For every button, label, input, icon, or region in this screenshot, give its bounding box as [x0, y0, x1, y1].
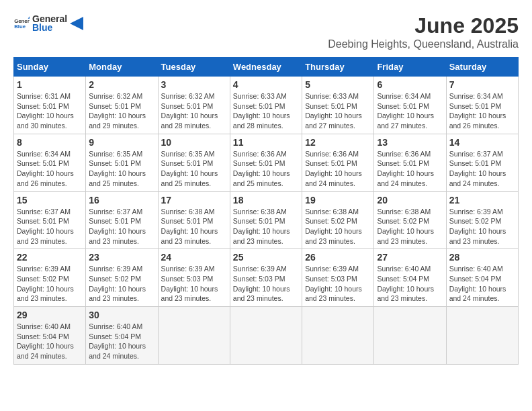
calendar-cell: 9 Sunrise: 6:35 AM Sunset: 5:01 PM Dayli… — [86, 134, 158, 191]
logo-icon: General Blue — [13, 15, 30, 32]
day-number: 7 — [449, 79, 515, 90]
day-info: Sunrise: 6:40 AM Sunset: 5:04 PM Dayligh… — [17, 322, 83, 361]
header-thursday: Thursday — [302, 58, 374, 77]
calendar-cell: 26 Sunrise: 6:39 AM Sunset: 5:03 PM Dayl… — [302, 249, 374, 307]
calendar-cell: 3 Sunrise: 6:32 AM Sunset: 5:01 PM Dayli… — [158, 77, 230, 134]
title-area: June 2025 Deebing Heights, Queensland, A… — [328, 13, 519, 50]
day-info: Sunrise: 6:38 AM Sunset: 5:01 PM Dayligh… — [233, 207, 299, 246]
day-number: 2 — [89, 79, 154, 90]
calendar-cell: 29 Sunrise: 6:40 AM Sunset: 5:04 PM Dayl… — [14, 307, 86, 365]
day-number: 14 — [449, 137, 515, 148]
day-info: Sunrise: 6:32 AM Sunset: 5:01 PM Dayligh… — [161, 91, 227, 131]
day-number: 11 — [233, 137, 299, 148]
svg-text:General: General — [14, 17, 30, 24]
calendar-cell: 10 Sunrise: 6:35 AM Sunset: 5:01 PM Dayl… — [158, 134, 230, 191]
header-wednesday: Wednesday — [230, 58, 302, 77]
calendar-cell — [446, 307, 518, 365]
calendar-cell — [230, 307, 302, 365]
calendar-week-row: 29 Sunrise: 6:40 AM Sunset: 5:04 PM Dayl… — [14, 307, 519, 365]
calendar-cell: 13 Sunrise: 6:36 AM Sunset: 5:01 PM Dayl… — [374, 134, 446, 191]
calendar-cell — [302, 307, 374, 365]
header-sunday: Sunday — [14, 58, 86, 77]
day-info: Sunrise: 6:38 AM Sunset: 5:02 PM Dayligh… — [305, 207, 371, 246]
day-number: 3 — [161, 79, 227, 90]
calendar-cell — [158, 307, 230, 365]
day-info: Sunrise: 6:39 AM Sunset: 5:02 PM Dayligh… — [449, 207, 515, 246]
day-info: Sunrise: 6:40 AM Sunset: 5:04 PM Dayligh… — [449, 264, 515, 304]
calendar-cell: 17 Sunrise: 6:38 AM Sunset: 5:01 PM Dayl… — [158, 191, 230, 249]
header: General Blue General Blue June 2025 Deeb… — [13, 13, 519, 50]
day-info: Sunrise: 6:40 AM Sunset: 5:04 PM Dayligh… — [89, 322, 154, 361]
day-info: Sunrise: 6:31 AM Sunset: 5:01 PM Dayligh… — [17, 91, 83, 131]
calendar-cell: 15 Sunrise: 6:37 AM Sunset: 5:01 PM Dayl… — [14, 191, 86, 249]
day-info: Sunrise: 6:33 AM Sunset: 5:01 PM Dayligh… — [305, 91, 371, 131]
calendar-cell: 22 Sunrise: 6:39 AM Sunset: 5:02 PM Dayl… — [14, 249, 86, 307]
day-info: Sunrise: 6:36 AM Sunset: 5:01 PM Dayligh… — [377, 149, 443, 189]
day-number: 30 — [89, 310, 154, 320]
day-number: 27 — [377, 252, 443, 263]
day-number: 6 — [377, 79, 443, 90]
day-number: 13 — [377, 137, 443, 148]
day-info: Sunrise: 6:39 AM Sunset: 5:03 PM Dayligh… — [161, 264, 227, 304]
day-number: 20 — [377, 195, 443, 205]
day-number: 18 — [233, 195, 299, 205]
day-info: Sunrise: 6:38 AM Sunset: 5:01 PM Dayligh… — [161, 207, 227, 246]
calendar: Sunday Monday Tuesday Wednesday Thursday… — [13, 57, 519, 365]
calendar-cell — [374, 307, 446, 365]
calendar-week-row: 1 Sunrise: 6:31 AM Sunset: 5:01 PM Dayli… — [14, 77, 519, 134]
logo-triangle-icon — [70, 17, 83, 30]
calendar-week-row: 15 Sunrise: 6:37 AM Sunset: 5:01 PM Dayl… — [14, 191, 519, 249]
day-info: Sunrise: 6:40 AM Sunset: 5:04 PM Dayligh… — [377, 264, 443, 304]
header-saturday: Saturday — [446, 58, 518, 77]
calendar-cell: 27 Sunrise: 6:40 AM Sunset: 5:04 PM Dayl… — [374, 249, 446, 307]
day-number: 23 — [89, 252, 154, 263]
calendar-cell: 14 Sunrise: 6:37 AM Sunset: 5:01 PM Dayl… — [446, 134, 518, 191]
calendar-cell: 1 Sunrise: 6:31 AM Sunset: 5:01 PM Dayli… — [14, 77, 86, 134]
day-number: 17 — [161, 195, 227, 205]
day-info: Sunrise: 6:37 AM Sunset: 5:01 PM Dayligh… — [17, 207, 83, 246]
calendar-cell: 21 Sunrise: 6:39 AM Sunset: 5:02 PM Dayl… — [446, 191, 518, 249]
weekday-header-row: Sunday Monday Tuesday Wednesday Thursday… — [14, 58, 519, 77]
calendar-cell: 12 Sunrise: 6:36 AM Sunset: 5:01 PM Dayl… — [302, 134, 374, 191]
day-info: Sunrise: 6:39 AM Sunset: 5:03 PM Dayligh… — [305, 264, 371, 304]
calendar-cell: 8 Sunrise: 6:34 AM Sunset: 5:01 PM Dayli… — [14, 134, 86, 191]
day-number: 24 — [161, 252, 227, 263]
day-number: 29 — [17, 310, 83, 320]
location-title: Deebing Heights, Queensland, Australia — [328, 38, 519, 50]
header-monday: Monday — [86, 58, 158, 77]
day-number: 1 — [17, 79, 83, 90]
calendar-cell: 24 Sunrise: 6:39 AM Sunset: 5:03 PM Dayl… — [158, 249, 230, 307]
calendar-cell: 4 Sunrise: 6:33 AM Sunset: 5:01 PM Dayli… — [230, 77, 302, 134]
calendar-cell: 18 Sunrise: 6:38 AM Sunset: 5:01 PM Dayl… — [230, 191, 302, 249]
day-info: Sunrise: 6:35 AM Sunset: 5:01 PM Dayligh… — [89, 149, 154, 189]
day-number: 12 — [305, 137, 371, 148]
day-info: Sunrise: 6:36 AM Sunset: 5:01 PM Dayligh… — [233, 149, 299, 189]
day-number: 5 — [305, 79, 371, 90]
day-number: 19 — [305, 195, 371, 205]
day-number: 22 — [17, 252, 83, 263]
calendar-cell: 16 Sunrise: 6:37 AM Sunset: 5:01 PM Dayl… — [86, 191, 158, 249]
day-number: 26 — [305, 252, 371, 263]
calendar-cell: 30 Sunrise: 6:40 AM Sunset: 5:04 PM Dayl… — [86, 307, 158, 365]
day-info: Sunrise: 6:38 AM Sunset: 5:02 PM Dayligh… — [377, 207, 443, 246]
day-number: 16 — [89, 195, 154, 205]
calendar-week-row: 8 Sunrise: 6:34 AM Sunset: 5:01 PM Dayli… — [14, 134, 519, 191]
day-info: Sunrise: 6:33 AM Sunset: 5:01 PM Dayligh… — [233, 91, 299, 131]
logo: General Blue General Blue — [13, 13, 83, 33]
calendar-cell: 2 Sunrise: 6:32 AM Sunset: 5:01 PM Dayli… — [86, 77, 158, 134]
day-info: Sunrise: 6:34 AM Sunset: 5:01 PM Dayligh… — [449, 91, 515, 131]
day-info: Sunrise: 6:34 AM Sunset: 5:01 PM Dayligh… — [377, 91, 443, 131]
day-info: Sunrise: 6:34 AM Sunset: 5:01 PM Dayligh… — [17, 149, 83, 189]
month-title: June 2025 — [328, 13, 519, 38]
calendar-cell: 7 Sunrise: 6:34 AM Sunset: 5:01 PM Dayli… — [446, 77, 518, 134]
day-info: Sunrise: 6:35 AM Sunset: 5:01 PM Dayligh… — [161, 149, 227, 189]
calendar-cell: 23 Sunrise: 6:39 AM Sunset: 5:02 PM Dayl… — [86, 249, 158, 307]
day-info: Sunrise: 6:37 AM Sunset: 5:01 PM Dayligh… — [449, 149, 515, 189]
day-info: Sunrise: 6:39 AM Sunset: 5:02 PM Dayligh… — [17, 264, 83, 304]
day-number: 9 — [89, 137, 154, 148]
calendar-cell: 20 Sunrise: 6:38 AM Sunset: 5:02 PM Dayl… — [374, 191, 446, 249]
calendar-cell: 25 Sunrise: 6:39 AM Sunset: 5:03 PM Dayl… — [230, 249, 302, 307]
calendar-cell: 11 Sunrise: 6:36 AM Sunset: 5:01 PM Dayl… — [230, 134, 302, 191]
day-number: 28 — [449, 252, 515, 263]
day-number: 10 — [161, 137, 227, 148]
